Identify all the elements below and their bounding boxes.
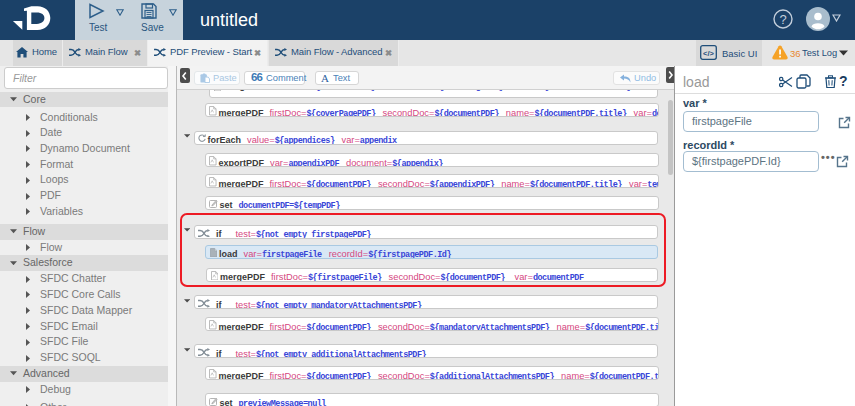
svg-text:?: ? bbox=[779, 12, 786, 27]
svg-text:</>: </> bbox=[703, 49, 714, 58]
